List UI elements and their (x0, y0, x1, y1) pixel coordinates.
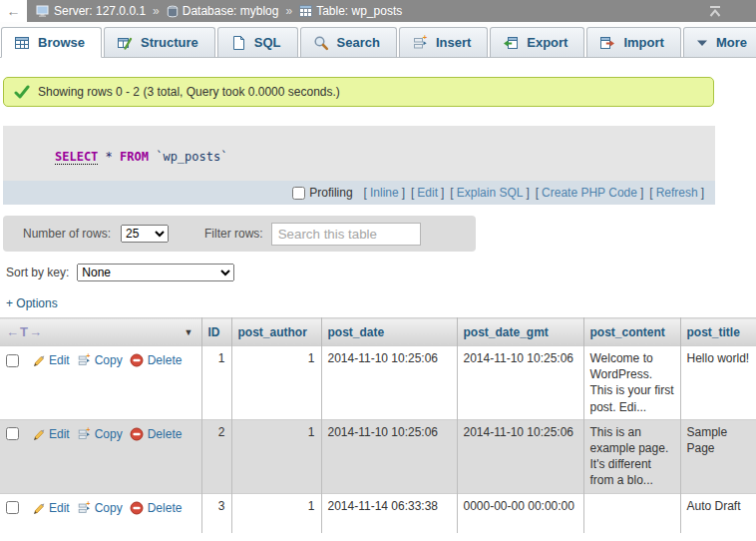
sql-token-identifier: `wp_posts` (149, 150, 227, 164)
row-delete-button[interactable]: Delete (130, 352, 183, 368)
row-edit-button[interactable]: Edit (31, 426, 70, 442)
row-checkbox[interactable] (6, 354, 19, 367)
breadcrumb-label: Server: 127.0.0.1 (54, 4, 146, 18)
row-action-label: Delete (148, 500, 183, 516)
tab-label: Structure (141, 35, 198, 50)
row-edit-button[interactable]: Edit (31, 500, 70, 516)
structure-icon (117, 35, 133, 51)
row-action-label: Copy (95, 352, 123, 368)
column-header-post-author[interactable]: post_author (231, 318, 321, 346)
row-actions-cell: Edit+CopyDelete (0, 419, 201, 493)
breadcrumb: Server: 127.0.0.1»Database: myblog»Table… (36, 4, 402, 18)
filter-input[interactable] (271, 223, 421, 246)
sort-key-select[interactable]: None (77, 264, 234, 281)
tab-label: Search (337, 35, 380, 50)
tab-import[interactable]: Import (586, 27, 680, 58)
rows-count-select[interactable]: 25 (121, 225, 169, 243)
cell-id: 3 (201, 493, 231, 533)
row-action-label: Copy (95, 426, 123, 442)
breadcrumb-label: Database: myblog (183, 4, 279, 18)
cell-id: 2 (201, 419, 231, 493)
cell-post-author: 1 (231, 419, 321, 493)
row-action-label: Delete (148, 352, 183, 368)
collapse-console-button[interactable] (707, 5, 723, 18)
row-checkbox[interactable] (6, 501, 19, 514)
sort-control: Sort by key: None (6, 264, 756, 281)
table-icon (299, 5, 312, 17)
row-copy-button[interactable]: +Copy (77, 500, 123, 516)
bracket: ] (402, 186, 405, 200)
row-copy-button[interactable]: +Copy (77, 426, 123, 442)
tab-more[interactable]: More (683, 27, 756, 58)
query-link-create-php-code[interactable]: Create PHP Code (542, 186, 637, 200)
table-body: Edit+CopyDelete112014-11-10 10:25:062014… (0, 346, 756, 534)
options-toggle[interactable]: + Options (6, 296, 76, 310)
cell-post-date: 2014-11-14 06:33:38 (321, 493, 457, 533)
row-copy-button[interactable]: +Copy (77, 352, 123, 368)
actions-header-cell: ←T→ ▼ (0, 318, 201, 346)
sql-token-keyword: FROM (120, 150, 149, 164)
delete-icon (130, 353, 144, 367)
row-action-label: Delete (148, 426, 183, 442)
row-checkbox[interactable] (6, 427, 19, 440)
sql-token-keyword-link[interactable]: SELECT (55, 150, 98, 165)
svg-text:+: + (423, 35, 428, 42)
profiling-checkbox[interactable] (292, 187, 305, 200)
tab-structure[interactable]: Structure (104, 27, 215, 58)
breadcrumb-separator: » (153, 4, 160, 18)
tab-search[interactable]: Search (300, 27, 397, 58)
row-delete-button[interactable]: Delete (130, 426, 183, 442)
row-edit-button[interactable]: Edit (31, 352, 70, 368)
bracket: ] (640, 186, 643, 200)
query-link-edit[interactable]: Edit (417, 186, 438, 200)
breadcrumb-item-database[interactable]: Database: myblog (167, 4, 279, 18)
column-header-id[interactable]: ID (201, 318, 231, 346)
topbar: ← Server: 127.0.0.1»Database: myblog»Tab… (0, 0, 756, 22)
breadcrumb-separator: » (285, 4, 292, 18)
query-link-explain-sql[interactable]: Explain SQL (457, 186, 524, 200)
column-header-post-content[interactable]: post_content (583, 318, 680, 346)
cell-post-date: 2014-11-10 10:25:06 (321, 346, 457, 420)
column-nav-arrows[interactable]: ←T→ (6, 324, 43, 339)
column-header-post-date-gmt[interactable]: post_date_gmt (457, 318, 583, 346)
breadcrumb-item-server[interactable]: Server: 127.0.0.1 (36, 4, 146, 18)
cell-post-title: Sample Page (680, 419, 756, 493)
tab-bar: BrowseStructureSQLSearch+InsertExportImp… (0, 22, 756, 58)
nav-panel-toggle-button[interactable]: ← (0, 0, 27, 22)
row-action-label: Edit (49, 426, 70, 442)
breadcrumb-item-table[interactable]: Table: wp_posts (299, 4, 402, 18)
table-header-row: ←T→ ▼ IDpost_authorpost_datepost_date_gm… (0, 318, 756, 346)
tab-browse[interactable]: Browse (1, 27, 102, 58)
column-header-post-date[interactable]: post_date (321, 318, 457, 346)
row-action-label: Edit (49, 352, 70, 368)
table-row: Edit+CopyDelete212014-11-10 10:25:062014… (0, 419, 756, 493)
rows-control-bar: Number of rows: 25 Filter rows: (3, 216, 476, 252)
delete-icon (130, 427, 144, 441)
query-link-inline[interactable]: Inline (370, 186, 399, 200)
row-delete-button[interactable]: Delete (130, 500, 183, 516)
sort-desc-icon[interactable]: ▼ (185, 327, 193, 337)
breadcrumb-label: Table: wp_posts (316, 4, 402, 18)
cell-post-author: 1 (231, 346, 321, 420)
copy-insert-icon: + (77, 353, 91, 367)
svg-text:+: + (86, 501, 90, 507)
tab-export[interactable]: Export (490, 27, 584, 58)
tab-insert[interactable]: +Insert (399, 27, 488, 58)
table-row: Edit+CopyDelete112014-11-10 10:25:062014… (0, 346, 756, 420)
copy-insert-icon: + (77, 501, 91, 515)
column-header-post-title[interactable]: post_title (680, 318, 756, 346)
bracket: [ (450, 186, 453, 200)
sql-query-box: SELECT * FROM `wp_posts` Profiling [Inli… (3, 126, 715, 205)
import-icon (599, 35, 615, 51)
sql-query-text: SELECT * FROM `wp_posts` (3, 126, 715, 181)
database-icon (167, 5, 179, 18)
check-icon (14, 85, 30, 99)
left-arrow-icon: ← (7, 3, 21, 19)
query-link-refresh[interactable]: Refresh (656, 186, 698, 200)
tab-label: Import (623, 35, 663, 50)
tab-sql[interactable]: SQL (217, 27, 298, 58)
collapse-up-icon (707, 5, 723, 18)
tab-label: Export (527, 35, 567, 50)
browse-icon (14, 35, 30, 51)
cell-post-date-gmt: 2014-11-10 10:25:06 (457, 346, 583, 420)
